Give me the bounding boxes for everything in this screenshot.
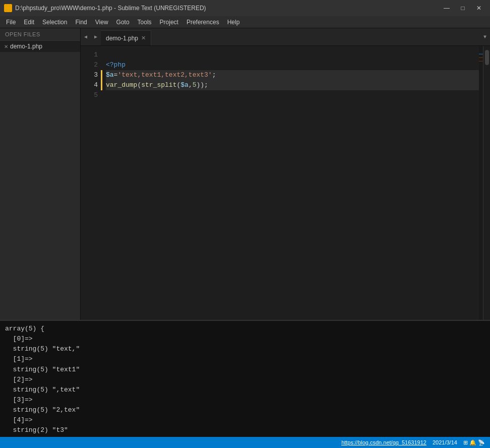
app-icon	[4, 4, 12, 12]
file-close-icon[interactable]: ✕	[4, 44, 8, 49]
terminal-line-11: string(2) "t3"	[5, 425, 485, 435]
statusbar: https://blog.csdn.net/qq_51631912 2021/3…	[0, 437, 490, 448]
active-tab[interactable]: demo-1.php ✕	[101, 30, 151, 45]
code-line-4: var_dump(str_split($a,5));	[106, 80, 479, 90]
line-num-3: 3	[81, 70, 98, 80]
terminal-line-10: [4]=>	[5, 415, 485, 425]
close-button[interactable]: ✕	[472, 3, 486, 13]
sidebar-header: OPEN FILES	[0, 28, 80, 41]
window-controls: — □ ✕	[440, 3, 486, 13]
statusbar-date: 2021/3/14	[433, 439, 457, 445]
terminal-line-5: string(5) "text1"	[5, 365, 485, 375]
terminal-line-2: [0]=>	[5, 334, 485, 344]
statusbar-icons: ⊞ 🔔 📡	[463, 439, 485, 446]
titlebar: D:\phpstudy_pro\WWW\demo-1.php - Sublime…	[0, 0, 490, 16]
code-line-1	[106, 50, 479, 60]
terminal-line-8: [3]=>	[5, 395, 485, 405]
terminal-output: array(5) { [0]=> string(5) "text," [1]=>…	[0, 320, 490, 437]
code-line-2: <?php	[106, 60, 479, 70]
tab-nav-right[interactable]: ▶	[91, 28, 101, 45]
menu-edit[interactable]: Edit	[20, 16, 38, 28]
code-area[interactable]: 1 2 3 4 5 <?php $a='text,text1,text2,tex…	[81, 46, 490, 320]
editor-vertical-scrollbar[interactable]	[483, 46, 490, 320]
tab-bar: ◀ ▶ demo-1.php ✕ ▼	[81, 28, 490, 46]
tab-filename: demo-1.php	[106, 35, 138, 42]
terminal-line-9: string(5) "2,tex"	[5, 405, 485, 415]
code-content[interactable]: <?php $a='text,text1,text2,text3'; var_d…	[101, 46, 479, 320]
menubar: File Edit Selection Find View Goto Tools…	[0, 16, 490, 28]
tab-dropdown-button[interactable]: ▼	[480, 28, 490, 46]
code-line-5	[106, 90, 479, 100]
sidebar-filename: demo-1.php	[10, 43, 42, 50]
menu-tools[interactable]: Tools	[134, 16, 156, 28]
line-num-1: 1	[81, 50, 98, 60]
sidebar: OPEN FILES ✕ demo-1.php	[0, 28, 81, 320]
editor[interactable]: ◀ ▶ demo-1.php ✕ ▼ 1 2 3 4 5	[81, 28, 490, 320]
terminal-line-1: array(5) {	[5, 324, 485, 334]
menu-selection[interactable]: Selection	[38, 16, 71, 28]
menu-file[interactable]: File	[2, 16, 20, 28]
terminal-line-4: [1]=>	[5, 354, 485, 364]
menu-help[interactable]: Help	[223, 16, 244, 28]
tab-nav-left[interactable]: ◀	[81, 28, 91, 45]
tab-close-icon[interactable]: ✕	[141, 35, 146, 41]
minimize-button[interactable]: —	[440, 3, 454, 13]
menu-find[interactable]: Find	[71, 16, 91, 28]
line-num-2: 2	[81, 60, 98, 70]
line-num-5: 5	[81, 90, 98, 100]
line-num-4: 4	[81, 80, 98, 90]
menu-project[interactable]: Project	[156, 16, 182, 28]
line-numbers: 1 2 3 4 5	[81, 46, 101, 320]
minimap: ▬▬▬▬▬ ▬▬▬▬▬▬▬▬ ▬▬▬▬▬▬▬	[479, 46, 483, 320]
code-line-3: $a='text,text1,text2,text3';	[106, 70, 479, 80]
main-area: OPEN FILES ✕ demo-1.php ◀ ▶ demo-1.php ✕…	[0, 28, 490, 448]
menu-view[interactable]: View	[91, 16, 112, 28]
sidebar-file-item[interactable]: ✕ demo-1.php	[0, 41, 80, 52]
window-title: D:\phpstudy_pro\WWW\demo-1.php - Sublime…	[15, 5, 440, 12]
maximize-button[interactable]: □	[456, 3, 470, 13]
terminal-line-3: string(5) "text,"	[5, 344, 485, 354]
terminal-line-7: string(5) ",text"	[5, 385, 485, 395]
terminal-line-6: [2]=>	[5, 375, 485, 385]
menu-goto[interactable]: Goto	[112, 16, 134, 28]
menu-preferences[interactable]: Preferences	[182, 16, 223, 28]
editor-area: OPEN FILES ✕ demo-1.php ◀ ▶ demo-1.php ✕…	[0, 28, 490, 320]
statusbar-link[interactable]: https://blog.csdn.net/qq_51631912	[341, 439, 426, 445]
